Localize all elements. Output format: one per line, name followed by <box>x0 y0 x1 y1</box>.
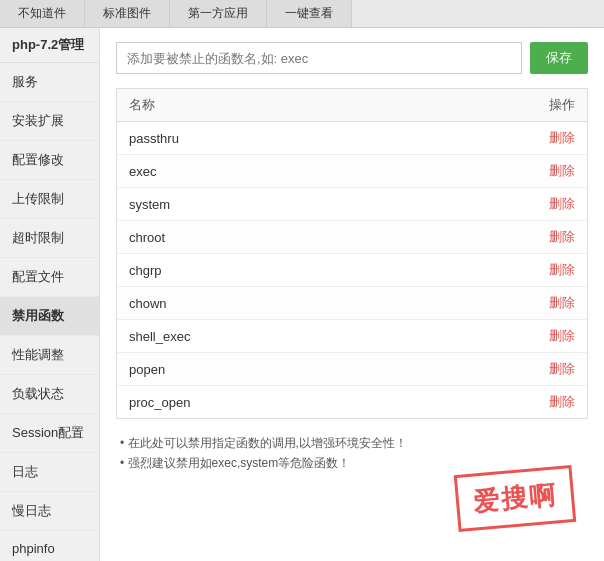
delete-action[interactable]: 删除 <box>515 294 575 312</box>
main-layout: php-7.2管理 服务安装扩展配置修改上传限制超时限制配置文件禁用函数性能调整… <box>0 28 604 561</box>
delete-action[interactable]: 删除 <box>515 195 575 213</box>
table-row: system删除 <box>117 188 587 221</box>
func-name: chroot <box>129 230 515 245</box>
func-table: 名称 操作 passthru删除exec删除system删除chroot删除ch… <box>116 88 588 419</box>
func-name: exec <box>129 164 515 179</box>
func-name: proc_open <box>129 395 515 410</box>
delete-link[interactable]: 删除 <box>549 229 575 244</box>
table-header: 名称 操作 <box>117 89 587 122</box>
sidebar-item-配置修改[interactable]: 配置修改 <box>0 141 99 180</box>
sidebar-item-慢日志[interactable]: 慢日志 <box>0 492 99 531</box>
table-row: chown删除 <box>117 287 587 320</box>
func-name: chown <box>129 296 515 311</box>
delete-link[interactable]: 删除 <box>549 328 575 343</box>
sidebar: php-7.2管理 服务安装扩展配置修改上传限制超时限制配置文件禁用函数性能调整… <box>0 28 100 561</box>
func-name: shell_exec <box>129 329 515 344</box>
col-name: 名称 <box>129 96 515 114</box>
sidebar-item-超时限制[interactable]: 超时限制 <box>0 219 99 258</box>
delete-action[interactable]: 删除 <box>515 228 575 246</box>
tab-standard[interactable]: 标准图件 <box>85 0 170 27</box>
func-name: chgrp <box>129 263 515 278</box>
sidebar-item-禁用函数[interactable]: 禁用函数 <box>0 297 99 336</box>
save-button[interactable]: 保存 <box>530 42 588 74</box>
top-bar: 不知道件 标准图件 第一方应用 一键查看 <box>0 0 604 28</box>
table-row: passthru删除 <box>117 122 587 155</box>
sidebar-item-负载状态[interactable]: 负载状态 <box>0 375 99 414</box>
sidebar-item-性能调整[interactable]: 性能调整 <box>0 336 99 375</box>
delete-action[interactable]: 删除 <box>515 162 575 180</box>
sidebar-item-配置文件[interactable]: 配置文件 <box>0 258 99 297</box>
func-name: popen <box>129 362 515 377</box>
delete-link[interactable]: 删除 <box>549 262 575 277</box>
delete-link[interactable]: 删除 <box>549 130 575 145</box>
sidebar-title: php-7.2管理 <box>0 28 99 63</box>
input-row: 保存 <box>116 42 588 74</box>
sidebar-item-安装扩展[interactable]: 安装扩展 <box>0 102 99 141</box>
note-item: 强烈建议禁用如exec,system等危险函数！ <box>116 453 588 473</box>
func-name: passthru <box>129 131 515 146</box>
tab-unknown[interactable]: 不知道件 <box>0 0 85 27</box>
func-input[interactable] <box>116 42 522 74</box>
col-action: 操作 <box>515 96 575 114</box>
sidebar-item-Session配置[interactable]: Session配置 <box>0 414 99 453</box>
delete-action[interactable]: 删除 <box>515 360 575 378</box>
delete-action[interactable]: 删除 <box>515 327 575 345</box>
table-row: exec删除 <box>117 155 587 188</box>
tab-third-party[interactable]: 第一方应用 <box>170 0 267 27</box>
func-name: system <box>129 197 515 212</box>
delete-action[interactable]: 删除 <box>515 393 575 411</box>
tab-check[interactable]: 一键查看 <box>267 0 352 27</box>
sidebar-item-日志[interactable]: 日志 <box>0 453 99 492</box>
delete-action[interactable]: 删除 <box>515 129 575 147</box>
notes-section: 在此处可以禁用指定函数的调用,以增强环境安全性！强烈建议禁用如exec,syst… <box>116 433 588 474</box>
table-row: popen删除 <box>117 353 587 386</box>
delete-link[interactable]: 删除 <box>549 394 575 409</box>
delete-link[interactable]: 删除 <box>549 361 575 376</box>
delete-action[interactable]: 删除 <box>515 261 575 279</box>
table-row: chroot删除 <box>117 221 587 254</box>
sidebar-item-phpinfo[interactable]: phpinfo <box>0 531 99 561</box>
sidebar-item-服务[interactable]: 服务 <box>0 63 99 102</box>
sidebar-item-上传限制[interactable]: 上传限制 <box>0 180 99 219</box>
table-row: proc_open删除 <box>117 386 587 418</box>
table-row: chgrp删除 <box>117 254 587 287</box>
content-area: 保存 名称 操作 passthru删除exec删除system删除chroot删… <box>100 28 604 561</box>
watermark: 爱搜啊 <box>454 465 577 532</box>
delete-link[interactable]: 删除 <box>549 295 575 310</box>
note-item: 在此处可以禁用指定函数的调用,以增强环境安全性！ <box>116 433 588 453</box>
delete-link[interactable]: 删除 <box>549 196 575 211</box>
table-row: shell_exec删除 <box>117 320 587 353</box>
delete-link[interactable]: 删除 <box>549 163 575 178</box>
